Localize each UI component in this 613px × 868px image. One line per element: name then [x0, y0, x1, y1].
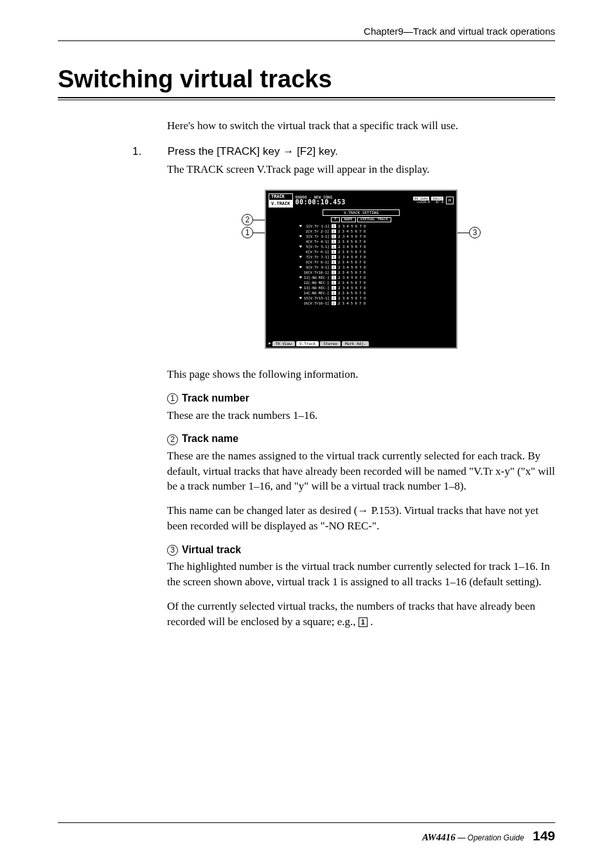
- item-desc: The highlighted number is the virtual tr…: [167, 559, 555, 590]
- play-icon: ▶: [269, 341, 271, 346]
- screen-heading: V.TRACK SETTING: [323, 209, 400, 216]
- screen-row: ♥ 7[V.Tr 7-1] 1 2 3 4 5 6 7 8: [269, 254, 454, 260]
- chapter-header: Chapter9—Track and virtual track operati…: [58, 26, 555, 37]
- col-vt: VIRTUAL TRACK: [357, 217, 391, 222]
- footer-page-number: 149: [533, 828, 555, 843]
- item-number-circle: 1: [167, 393, 178, 404]
- page-title: Switching virtual tracks: [58, 66, 555, 93]
- screen-row: 8[V.Tr 8-1] 1 2 3 4 5 6 7 8: [269, 260, 454, 265]
- screen-row: 16[V.Tr16-1] 1 2 3 4 5 6 7 8: [269, 301, 454, 306]
- screen-label-track: TRACK: [269, 193, 293, 200]
- callout-1: 1: [242, 227, 253, 238]
- item-number-circle: 3: [167, 545, 178, 556]
- item-desc: Of the currently selected virtual tracks…: [167, 599, 555, 630]
- item-label: 3Virtual track: [167, 543, 555, 557]
- screen-row: 2[V.Tr 2-1] 1 2 3 4 5 6 7 8: [269, 229, 454, 234]
- screen-row: ♥ 9[V.Tr 9-1] 1 2 3 4 5 6 7 8: [269, 265, 454, 270]
- screen-sig: 4/ 4: [436, 200, 443, 204]
- screen-row: ♥ 13[-NO REC-] 1 2 3 4 5 6 7 8: [269, 285, 454, 290]
- item-label: 1Track number: [167, 391, 555, 405]
- screen-row: ♥ 1[V.Tr 1-1] 1 2 3 4 5 6 7 8: [269, 224, 454, 229]
- page-footer: AW4416 — Operation Guide 149: [58, 822, 555, 844]
- screen-rows: ♥ 1[V.Tr 1-1] 1 2 3 4 5 6 7 8 2[V.Tr 2-1…: [269, 224, 454, 306]
- footer-guide: — Operation Guide: [456, 833, 524, 842]
- info-lead: This page shows the following informatio…: [167, 367, 555, 382]
- step-text-b: [F2] key.: [294, 145, 338, 157]
- screen-row: 12[-NO REC-] 1 2 3 4 5 6 7 8: [269, 280, 454, 285]
- tab-v-track: V.Track: [296, 341, 319, 346]
- step-sub-text: The TRACK screen V.Track page will appea…: [167, 162, 555, 177]
- screen-row: 10[V.Tr10-1] 1 2 3 4 5 6 7 8: [269, 270, 454, 275]
- item-desc: This name can be changed later as desire…: [167, 503, 555, 534]
- callout-3: 3: [469, 227, 481, 238]
- tab-tr-view: TR View: [272, 341, 295, 346]
- step-number: 1.: [150, 144, 164, 159]
- tab-stereo: Stereo: [320, 341, 341, 346]
- item-title: Track number: [182, 393, 249, 403]
- arrow-icon: →: [283, 145, 294, 157]
- screen-time: 00:00:10.453: [296, 199, 411, 206]
- item-label: 2Track name: [167, 432, 555, 446]
- col-name: NAME: [341, 217, 356, 222]
- callout-2: 2: [242, 214, 253, 226]
- screen-row: ♥ 5[V.Tr 5-1] 1 2 3 4 5 6 7 8: [269, 244, 454, 249]
- screen-tabs: ▶ TR View V.Track Stereo Mark Adj.: [269, 341, 454, 346]
- screenshot-figure: 2 1 3 TRACK V.TRACK 00000 - NEW SONG 00:…: [167, 190, 555, 349]
- screen-row: 4[V.Tr 4-1] 1 2 3 4 5 6 7 8: [269, 239, 454, 244]
- midi-icon: M: [446, 197, 454, 204]
- screen-row: 14[-NO REC-] 1 2 3 4 5 6 7 8: [269, 290, 454, 296]
- screen-row: ♥ 11[-NO REC-] 1 2 3 4 5 6 7 8: [269, 275, 454, 280]
- screen-row: ♥ 3[V.Tr 3-1] 1 2 3 4 5 6 7 8: [269, 234, 454, 239]
- screen-label-vtrack: V.TRACK: [269, 200, 293, 208]
- callout-2-line: [253, 220, 265, 220]
- screen-tempo: ♩=120.0: [416, 200, 430, 204]
- intro-text: Here's how to switch the virtual track t…: [167, 118, 555, 134]
- item-title: Track name: [182, 433, 238, 444]
- item-number-circle: 2: [167, 434, 178, 445]
- col-t: T: [331, 217, 339, 222]
- step-1: 1. Press the [TRACK] key → [F2] key.: [167, 144, 555, 159]
- item-title: Virtual track: [182, 544, 241, 555]
- step-text-a: Press the [TRACK] key: [168, 145, 283, 157]
- item-desc: These are the names assigned to the virt…: [167, 448, 555, 494]
- title-rule: [58, 97, 555, 100]
- footer-model: AW4416: [422, 832, 456, 842]
- screen-column-headers: T NAME VIRTUAL TRACK: [269, 217, 454, 222]
- tab-mark-adj: Mark Adj.: [342, 341, 369, 346]
- square-one-icon: 1: [359, 617, 368, 627]
- header-rule: [58, 40, 555, 41]
- lcd-screenshot: TRACK V.TRACK 00000 - NEW SONG 00:00:10.…: [265, 190, 458, 349]
- screen-row: 6[V.Tr 6-1] 1 2 3 4 5 6 7 8: [269, 249, 454, 254]
- screen-row: ♥ 15[V.Tr15-1] 1 2 3 4 5 6 7 8: [269, 296, 454, 301]
- item-desc: These are the track numbers 1–16.: [167, 408, 555, 423]
